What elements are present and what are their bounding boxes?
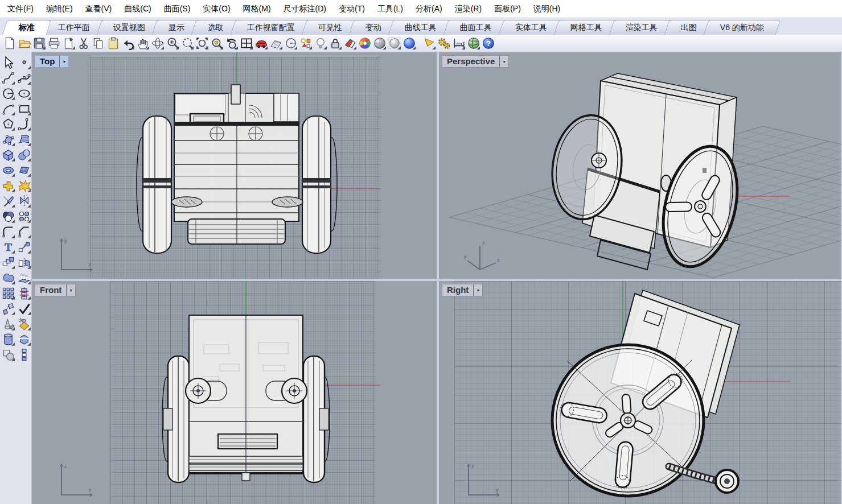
menu-item-1[interactable]: 文件(F) [1,0,40,17]
ghosted-view-icon[interactable] [388,36,401,50]
lock-icon[interactable] [328,36,342,50]
menu-item-8[interactable]: 尺寸标注(D) [277,0,332,17]
control-point-curve-icon[interactable] [1,71,15,85]
mirror-icon[interactable] [17,255,31,270]
menu-item-3[interactable]: 查看(V) [79,0,118,17]
tab-6[interactable]: 工作视窗配置 [231,20,311,35]
select-icon[interactable] [1,56,15,70]
menu-item-14[interactable]: 说明(H) [527,0,566,17]
chamfer-curves-icon[interactable] [17,225,31,239]
viewport-right[interactable]: Right ▼ z y [439,281,841,504]
light-bulb-icon[interactable] [314,36,327,50]
trim-icon[interactable] [1,194,15,208]
polygon-icon[interactable] [1,117,15,131]
save-file-icon[interactable] [32,36,46,50]
chevron-down-icon[interactable]: ▼ [59,56,68,67]
patch-surface-icon[interactable] [17,163,31,177]
offset-curve-icon[interactable] [17,209,31,224]
new-document-icon[interactable] [3,36,17,50]
viewport-title-text[interactable]: Perspective [442,56,499,67]
surface-corner-points-icon[interactable] [1,133,15,147]
paint-spray-icon[interactable] [17,317,31,331]
box-icon[interactable] [1,148,15,162]
menu-item-2[interactable]: 编辑(E) [40,0,79,17]
text-icon[interactable]: T [1,240,15,254]
join-icon[interactable] [1,179,15,193]
split-icon[interactable] [17,194,31,208]
curve-boolean-icon[interactable] [1,209,15,224]
viewport-title-text[interactable]: Right [442,284,473,296]
viewport-title-perspective[interactable]: Perspective ▼ [442,55,509,68]
circle-icon[interactable] [1,86,15,101]
layer-wedge-icon[interactable] [343,36,357,50]
car-hide-icon[interactable] [254,36,268,50]
viewport-front[interactable]: Front ▼ z x [32,281,437,504]
explode-icon[interactable] [17,179,31,193]
spheres-icon[interactable] [17,148,31,162]
viewport-title-right[interactable]: Right ▼ [442,284,483,296]
tab-15[interactable]: V6 的新功能 [704,20,781,35]
four-viewports-icon[interactable] [240,36,253,50]
rectangle-icon[interactable] [17,102,31,116]
zoom-selected-icon[interactable] [210,36,224,50]
layer-stack-icon[interactable] [17,348,31,362]
menu-item-11[interactable]: 分析(A) [409,0,449,17]
boolean-2d-icon[interactable] [1,348,15,362]
undo-icon[interactable] [121,36,135,50]
rendered-view-icon[interactable] [402,36,416,50]
menu-item-9[interactable]: 变动(T) [332,0,371,17]
menu-item-13[interactable]: 面板(P) [488,0,527,17]
menu-item-6[interactable]: 实体(O) [196,0,236,17]
menu-item-4[interactable]: 曲线(C) [118,0,157,17]
flag-cone-icon[interactable] [422,36,436,50]
osnap-icon[interactable] [299,36,313,50]
viewport-title-top[interactable]: Top ▼ [35,55,69,68]
cplane-icon[interactable] [269,36,283,50]
viewport-perspective[interactable]: Perspective ▼ z x y [439,52,841,279]
revolve-icon[interactable] [17,332,31,346]
dimension-icon[interactable] [452,36,466,50]
color-wheel-icon[interactable] [358,36,372,50]
help-icon[interactable]: ? [482,36,495,50]
array-linear-icon[interactable] [17,286,31,300]
copy-icon[interactable] [92,36,105,50]
viewport-top[interactable]: Top ▼ y x [32,52,437,279]
check-good-icon[interactable] [17,301,31,316]
single-point-icon[interactable] [17,56,31,70]
zoom-extents-icon[interactable] [195,36,209,50]
rotate-view-icon[interactable] [151,36,165,50]
loft-surface-icon[interactable] [17,133,31,147]
undo-view-icon[interactable] [225,36,239,50]
menu-item-7[interactable]: 网格(M) [237,0,277,17]
curve-blend-icon[interactable] [17,117,31,131]
array-icon[interactable] [1,286,15,300]
extrude-icon[interactable] [17,271,31,285]
chevron-down-icon[interactable]: ▼ [66,284,75,296]
cut-icon[interactable] [77,36,91,50]
arc-icon[interactable] [1,102,15,116]
open-file-icon[interactable] [18,36,31,50]
chevron-down-icon[interactable]: ▼ [473,284,482,296]
circle-tool-icon[interactable] [284,36,298,50]
menu-item-12[interactable]: 渲染(R) [449,0,488,17]
torus-icon[interactable] [1,163,15,177]
cone-gray-icon[interactable] [1,317,15,331]
tab-1[interactable]: 标准 [2,20,51,35]
paste-icon[interactable] [106,36,120,50]
cylinder-icon[interactable] [1,332,15,346]
shaded-view-icon[interactable] [373,36,387,50]
zoom-in-icon[interactable] [166,36,179,50]
zoom-window-icon[interactable] [180,36,194,50]
earth-globe-icon[interactable] [467,36,480,50]
orient-icon[interactable] [1,301,15,316]
chevron-down-icon[interactable]: ▼ [499,56,508,67]
viewport-title-text[interactable]: Top [35,56,59,67]
boolean-union-icon[interactable] [1,271,15,285]
interpolated-curve-icon[interactable] [17,71,31,85]
copy-objects-icon[interactable] [1,255,15,270]
menu-item-10[interactable]: 工具(L) [371,0,409,17]
viewport-title-text[interactable]: Front [35,284,66,296]
menu-item-5[interactable]: 曲面(S) [158,0,197,17]
ellipse-icon[interactable] [17,86,31,101]
print-icon[interactable] [47,36,61,50]
